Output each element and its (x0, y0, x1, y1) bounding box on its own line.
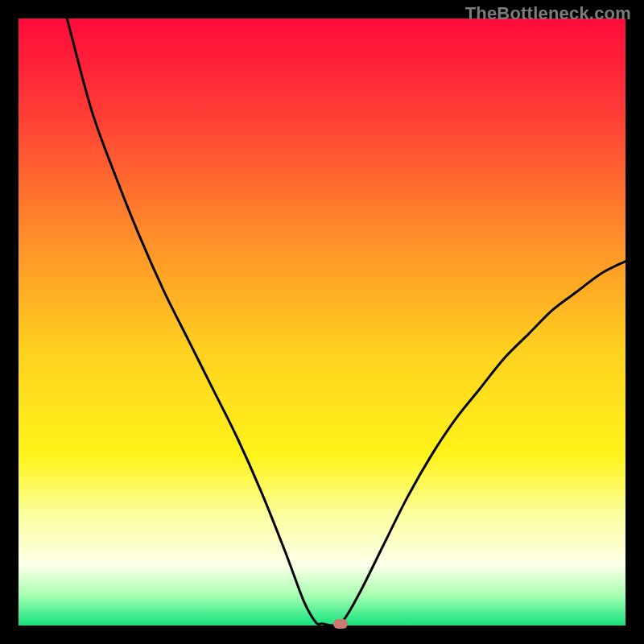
curve-minimum-marker (333, 619, 348, 629)
watermark-text: TheBottleneck.com (465, 3, 631, 24)
chart-frame: TheBottleneck.com (0, 0, 644, 644)
background-gradient (19, 19, 625, 625)
chart-plot (19, 19, 625, 625)
